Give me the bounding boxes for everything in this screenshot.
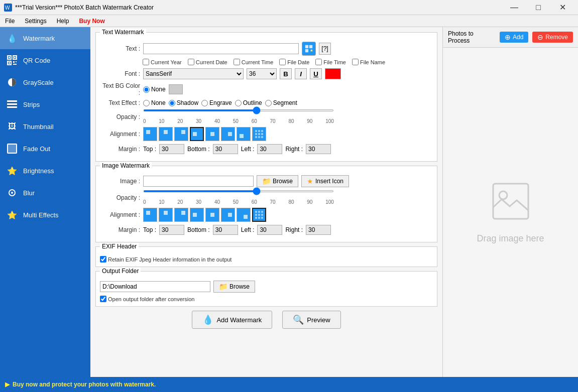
margin-right-input-image[interactable]	[306, 225, 331, 235]
add-photos-button[interactable]: ⊕ Add	[500, 32, 528, 43]
effect-segment-radio[interactable]: Segment	[265, 99, 297, 106]
sidebar-item-blur[interactable]: Blur	[0, 182, 90, 204]
align-top-right[interactable]	[174, 127, 188, 141]
margin-bottom-input-image[interactable]	[213, 225, 238, 235]
align-middle-left[interactable]	[190, 127, 204, 141]
svg-rect-48	[146, 211, 150, 215]
img-align-bottom-right[interactable]	[237, 208, 251, 222]
opacity-slider-image[interactable]	[143, 190, 334, 192]
effect-engrave-radio[interactable]: Engrave	[201, 99, 232, 106]
sidebar-item-fadeout[interactable]: Fade Out	[0, 138, 90, 160]
align-top-left[interactable]	[143, 127, 157, 141]
alignment-grid-text	[143, 127, 266, 141]
align-bottom-left[interactable]	[237, 127, 251, 141]
menu-settings[interactable]: Settings	[20, 15, 51, 27]
margin-left-input-image[interactable]	[257, 225, 282, 235]
menu-file[interactable]: File	[0, 15, 20, 27]
close-button[interactable]: ✕	[551, 0, 574, 15]
add-watermark-button[interactable]: 💧 Add Watermark	[192, 311, 272, 329]
svg-rect-63	[258, 211, 260, 213]
exif-checkbox[interactable]: Retain EXIF Jpeg Header information in t…	[100, 256, 433, 263]
img-align-top-left[interactable]	[143, 208, 157, 222]
align-middle-right[interactable]	[221, 127, 235, 141]
text-input[interactable]	[143, 43, 299, 54]
sidebar-item-multieffects[interactable]: ⭐ Multi Effects	[0, 204, 90, 226]
image-input[interactable]	[143, 176, 254, 187]
preview-button[interactable]: 🔍 Preview	[282, 311, 340, 329]
align-tile[interactable]	[252, 127, 266, 141]
sidebar-item-thumbnail[interactable]: 🖼 Thumbnail	[0, 115, 90, 138]
img-align-tile[interactable]	[252, 208, 266, 222]
margin-bottom-input-text[interactable]	[213, 144, 238, 154]
import-button[interactable]	[302, 42, 316, 56]
italic-button[interactable]: I	[295, 68, 307, 79]
drag-text: Drag image here	[477, 233, 544, 244]
file-time-checkbox[interactable]: File Time	[315, 59, 346, 65]
svg-text:W: W	[5, 5, 10, 11]
effect-none-radio[interactable]: None	[143, 99, 166, 106]
align-top-center[interactable]	[159, 127, 173, 141]
margin-right-input-text[interactable]	[306, 144, 331, 154]
maximize-button[interactable]: □	[527, 0, 550, 15]
margin-left-input-text[interactable]	[257, 144, 282, 154]
effect-outline-radio[interactable]: Outline	[235, 99, 262, 106]
help-button[interactable]: [?]	[319, 43, 331, 55]
svg-rect-42	[258, 133, 260, 135]
svg-rect-36	[240, 134, 244, 138]
color-swatch[interactable]	[325, 68, 341, 79]
svg-rect-12	[7, 100, 17, 102]
align-middle-center[interactable]	[205, 127, 219, 141]
minimize-button[interactable]: —	[503, 0, 526, 15]
img-align-middle-left[interactable]	[190, 208, 204, 222]
img-align-middle-center[interactable]	[205, 208, 219, 222]
underline-button[interactable]: U	[310, 68, 322, 79]
menu-help[interactable]: Help	[52, 15, 74, 27]
text-effect-row: Text Effect : None Shadow Engrave Outlin…	[100, 99, 433, 106]
bg-color-picker[interactable]	[169, 84, 183, 94]
remove-icon: ⊖	[537, 33, 543, 41]
image-browse-button[interactable]: 📁 Browse	[257, 175, 298, 187]
file-name-checkbox[interactable]: File Name	[352, 59, 385, 65]
output-browse-button[interactable]: 📁 Browse	[213, 281, 255, 293]
svg-rect-68	[255, 217, 257, 219]
current-date-checkbox[interactable]: Current Date	[188, 59, 227, 65]
margin-top-input-image[interactable]	[159, 225, 184, 235]
output-folder-input[interactable]	[100, 281, 210, 292]
alignment-label-text: Alignment :	[100, 130, 140, 138]
font-size-select[interactable]: 36 8101214 16182024 28324048	[247, 68, 277, 79]
margin-top-input-text[interactable]	[159, 144, 184, 154]
sidebar-item-brightness[interactable]: ⭐ Brightness	[0, 160, 90, 182]
insert-icon-button[interactable]: ★ Insert Icon	[301, 175, 349, 187]
sidebar-item-strips[interactable]: Strips	[0, 93, 90, 115]
font-select[interactable]: SansSerif Serif Arial Times New Roman	[143, 68, 244, 79]
bold-button[interactable]: B	[280, 68, 292, 79]
bg-none-radio[interactable]: None	[143, 86, 166, 93]
svg-rect-15	[7, 144, 17, 154]
current-year-checkbox[interactable]: Current Year	[143, 59, 182, 65]
img-align-top-center[interactable]	[159, 208, 173, 222]
menu-buy-now[interactable]: Buy Now	[74, 15, 109, 27]
svg-rect-28	[181, 130, 185, 134]
img-align-top-right[interactable]	[174, 208, 188, 222]
file-date-checkbox[interactable]: File Date	[279, 59, 309, 65]
content-area: Text Watermark Text : [?]	[90, 27, 442, 377]
margin-inputs-image: Top : Bottom : Left : Right :	[143, 225, 331, 235]
img-align-middle-right[interactable]	[221, 208, 235, 222]
effect-shadow-radio[interactable]: Shadow	[169, 99, 198, 106]
font-label: Font :	[100, 70, 140, 77]
strips-icon	[6, 98, 18, 110]
open-folder-checkbox[interactable]: Open output folder after conversion	[100, 296, 433, 302]
remove-photos-button[interactable]: ⊖ Remove	[532, 32, 573, 43]
opacity-row-text: Opacity : 0102030405060708090100	[100, 109, 433, 124]
exif-title: EXIF Header	[100, 243, 139, 250]
sidebar-item-watermark[interactable]: 💧 Watermark	[0, 27, 90, 49]
current-time-checkbox[interactable]: Current Time	[234, 59, 274, 65]
svg-rect-22	[311, 50, 313, 52]
svg-rect-21	[305, 49, 308, 52]
drag-zone[interactable]: Drag image here	[443, 48, 578, 377]
opacity-slider-text[interactable]	[143, 109, 334, 111]
sidebar-item-grayscale[interactable]: GrayScale	[0, 71, 90, 93]
svg-rect-9	[16, 61, 17, 62]
output-folder-section: Output Folder 📁 Browse Open output folde…	[95, 271, 437, 307]
sidebar-item-qrcode[interactable]: QR Code	[0, 49, 90, 71]
